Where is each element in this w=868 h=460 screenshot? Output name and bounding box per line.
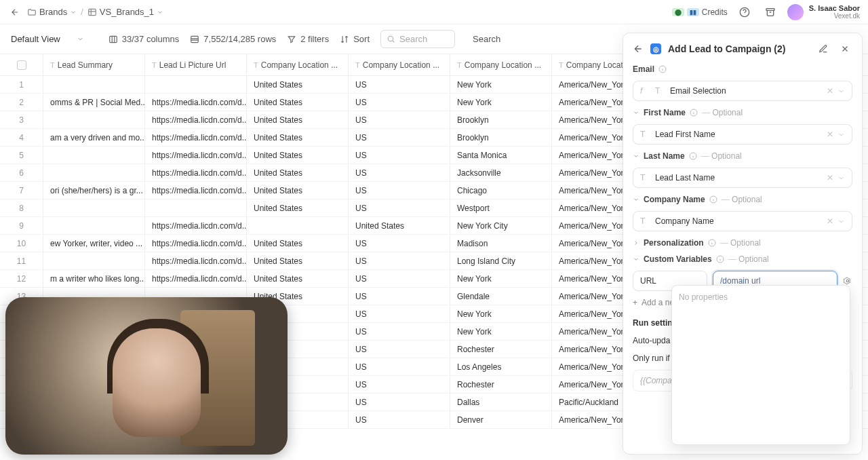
clear-icon[interactable]: ✕ (827, 173, 833, 183)
cell[interactable]: US (349, 252, 450, 269)
cv-settings-button[interactable] (843, 276, 852, 286)
column-header[interactable]: TCompany Location ... (247, 54, 349, 75)
cell[interactable]: US (349, 111, 450, 128)
cell[interactable]: https://media.licdn.com/d... (145, 94, 247, 111)
chevron-right-icon[interactable] (633, 239, 639, 246)
cell[interactable]: US (349, 341, 450, 358)
cell[interactable]: New York (450, 305, 552, 322)
column-header[interactable]: TLead Li Picture Url (145, 54, 247, 75)
cell[interactable]: America/New_York (552, 182, 627, 199)
select-all[interactable] (0, 54, 43, 75)
cell[interactable]: US (349, 288, 450, 305)
clear-icon[interactable]: ✕ (827, 86, 833, 96)
rows-button[interactable]: 7,552/14,285 rows (190, 34, 276, 44)
cell[interactable]: America/New_York (552, 376, 627, 393)
cell[interactable]: https://media.licdn.com/d... (145, 217, 247, 234)
cell[interactable]: US (349, 270, 450, 287)
cell[interactable] (145, 199, 247, 216)
cell[interactable]: New York (450, 270, 552, 287)
cell[interactable]: America/New_York (552, 76, 627, 93)
cell[interactable]: United States (247, 270, 349, 287)
property-dropdown[interactable]: No properties (671, 285, 850, 445)
cell[interactable]: US (349, 394, 450, 410)
cell[interactable]: America/New_York (552, 164, 627, 181)
cell[interactable]: United States (247, 76, 349, 93)
credits-indicator[interactable]: ⬤ ▮▮ Credits (672, 7, 728, 17)
cell[interactable]: America/New_York (552, 111, 627, 128)
cell[interactable]: https://media.licdn.com/d... (145, 270, 247, 287)
cell[interactable]: Glendale (450, 288, 552, 305)
cell[interactable]: Santa Monica (450, 147, 552, 164)
cell[interactable]: New York City (450, 217, 552, 234)
email-field[interactable]: f T Email Selection ✕ (633, 81, 852, 101)
cell[interactable]: Long Island City (450, 252, 552, 269)
breadcrumb-table[interactable]: VS_Brands_1 (87, 7, 163, 17)
cell[interactable]: omms & PR | Social Med... (43, 94, 145, 111)
chevron-down-icon[interactable] (837, 218, 845, 225)
search-input[interactable]: Search (380, 30, 455, 48)
cell[interactable]: US (349, 411, 450, 428)
chevron-down-icon[interactable] (837, 174, 845, 182)
cell[interactable]: US (349, 147, 450, 164)
cell[interactable]: US (349, 376, 450, 393)
cell[interactable]: United States (247, 164, 349, 181)
cell[interactable]: United States (247, 147, 349, 164)
column-header[interactable]: TCompany Location ... (349, 54, 450, 75)
cell[interactable]: https://media.licdn.com/d... (145, 147, 247, 164)
cell[interactable]: US (349, 305, 450, 322)
cell[interactable] (43, 252, 145, 269)
cell[interactable]: ew Yorker, writer, video ... (43, 235, 145, 252)
cell[interactable]: United States (247, 129, 349, 146)
cell[interactable]: United States (247, 235, 349, 252)
cell[interactable] (43, 217, 145, 234)
cell[interactable]: United States (247, 94, 349, 111)
cell[interactable]: Dallas (450, 394, 552, 410)
cell[interactable]: America/New_York (552, 411, 627, 428)
cell[interactable]: Los Angeles (450, 358, 552, 375)
cell[interactable]: United States (349, 217, 450, 234)
column-header[interactable]: TCompany Location ... (450, 54, 552, 75)
columns-button[interactable]: 33/37 columns (108, 34, 180, 44)
cell[interactable]: America/New_York (552, 270, 627, 287)
close-button[interactable] (837, 41, 852, 56)
cell[interactable]: United States (247, 199, 349, 216)
cell[interactable]: https://media.licdn.com/d... (145, 129, 247, 146)
filters-button[interactable]: 2 filters (287, 34, 329, 44)
cell[interactable]: Rochester (450, 376, 552, 393)
edit-button[interactable] (816, 41, 831, 56)
cell[interactable]: America/New_York (552, 305, 627, 322)
cell[interactable]: New York (450, 94, 552, 111)
cell[interactable]: Brooklyn (450, 111, 552, 128)
cell[interactable] (43, 199, 145, 216)
clear-icon[interactable]: ✕ (827, 216, 833, 226)
cell[interactable]: America/New_York (552, 147, 627, 164)
cell[interactable]: US (349, 235, 450, 252)
cell[interactable]: US (349, 164, 450, 181)
cell[interactable]: https://media.licdn.com/d... (145, 182, 247, 199)
lastname-field[interactable]: T Lead Last Name ✕ (633, 168, 852, 188)
cell[interactable]: https://media.licdn.com/d... (145, 235, 247, 252)
cell[interactable]: America/New_York (552, 235, 627, 252)
cell[interactable]: https://media.licdn.com/d... (145, 164, 247, 181)
cell[interactable]: https://media.licdn.com/d... (145, 111, 247, 128)
panel-back-button[interactable] (633, 43, 644, 54)
cell[interactable]: America/New_York (552, 341, 627, 358)
view-selector[interactable]: Default View (11, 34, 84, 44)
cell[interactable]: Chicago (450, 182, 552, 199)
cell[interactable]: US (349, 358, 450, 375)
chevron-down-icon[interactable] (633, 256, 639, 263)
chevron-down-icon[interactable] (837, 131, 845, 138)
cell[interactable]: Rochester (450, 341, 552, 358)
cell[interactable]: America/New_York (552, 288, 627, 305)
cell[interactable]: ori (she/her/hers) is a gr... (43, 182, 145, 199)
sort-button[interactable]: Sort (340, 34, 370, 44)
chevron-down-icon[interactable] (633, 196, 639, 203)
chevron-down-icon[interactable] (837, 88, 845, 95)
chevron-down-icon[interactable] (633, 109, 639, 116)
cell[interactable]: New York (450, 76, 552, 93)
clear-icon[interactable]: ✕ (827, 130, 833, 139)
cell[interactable]: United States (247, 111, 349, 128)
cell[interactable] (43, 111, 145, 128)
cell[interactable]: New York (450, 323, 552, 340)
cell[interactable]: Jacksonville (450, 164, 552, 181)
